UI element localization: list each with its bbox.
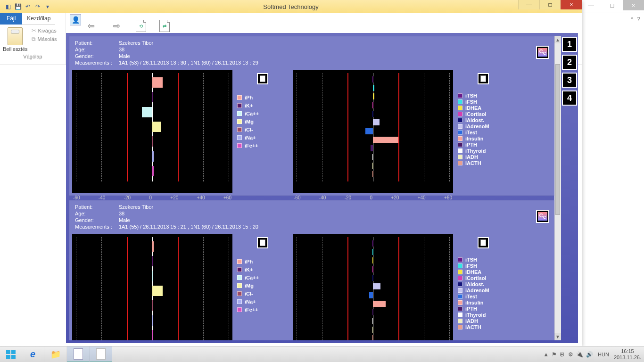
bar-iInsulin xyxy=(373,137,398,143)
legend-item: iPh xyxy=(237,259,288,264)
bg-help-icon[interactable]: ? xyxy=(637,16,640,23)
hormone-chart: -60-40-200+20+40+60 xyxy=(293,70,453,193)
legend-swatch xyxy=(237,267,242,272)
taskbar-app1-button[interactable] xyxy=(67,346,90,362)
legend-doc-icon[interactable] xyxy=(478,73,489,84)
taskbar[interactable]: e 📁 ▲ ⚑ ⛨ ⚙ 🔌 🔊 HUN 16:15 2013.11.26. xyxy=(0,346,644,362)
legend-doc-icon[interactable] xyxy=(257,73,268,84)
qat-redo-button[interactable]: ↷ xyxy=(33,2,42,11)
background-pane: ^ ? xyxy=(583,14,642,343)
bar-iADH xyxy=(372,163,373,169)
taskbar-app2-button[interactable] xyxy=(90,346,112,362)
bar-iFe++ xyxy=(152,166,154,176)
sync-doc-button[interactable]: ⇄ xyxy=(159,20,170,32)
refresh-doc-button[interactable]: ⟲ xyxy=(136,20,146,32)
legend-label: iK+ xyxy=(245,267,253,272)
bar-iDHEA xyxy=(372,257,373,263)
gridline xyxy=(229,237,229,340)
tray-shield-icon[interactable]: ⛨ xyxy=(560,351,565,358)
tab-home[interactable]: Kezdőlap xyxy=(22,13,55,25)
legend-swatch xyxy=(237,111,242,116)
paste-icon[interactable] xyxy=(8,27,23,45)
record-mode-icon[interactable]: CC xyxy=(536,210,549,223)
legend-item: iTest xyxy=(458,294,509,299)
gridline xyxy=(297,73,297,181)
legend-item: iPh xyxy=(237,95,288,100)
page-num-1[interactable]: 1 xyxy=(562,37,577,52)
tray-flag-icon[interactable]: ⚑ xyxy=(552,351,557,358)
nav-forward-button[interactable]: ⇨ xyxy=(110,20,123,32)
bg-close-button[interactable]: × xyxy=(623,0,644,10)
bg-minimize-button[interactable]: — xyxy=(580,0,602,10)
bar-iPTH xyxy=(372,309,373,315)
legend-doc-icon[interactable] xyxy=(478,237,489,248)
record-mode-icon[interactable]: CC xyxy=(536,46,549,59)
legend-swatch xyxy=(237,291,242,296)
legend-label: iThyroid xyxy=(465,312,486,318)
bar-iNa+ xyxy=(152,315,153,326)
tray-language[interactable]: HUN xyxy=(598,352,609,357)
maximize-button[interactable]: □ xyxy=(539,0,561,9)
module-patient-icon[interactable]: 👤 xyxy=(70,14,81,25)
legend-label: iK+ xyxy=(245,103,253,108)
legend-swatch xyxy=(237,103,242,108)
legend-label: iADH xyxy=(465,318,478,324)
legend-label: iNa+ xyxy=(245,135,256,140)
page-num-4[interactable]: 4 xyxy=(562,90,577,106)
close-button[interactable]: × xyxy=(561,0,582,9)
legend-label: iDHEA xyxy=(465,269,481,275)
legend-item: iMg xyxy=(237,283,288,288)
copy-button[interactable]: ⧉Másolás xyxy=(32,36,57,42)
bg-collapse-icon[interactable]: ^ xyxy=(631,16,634,23)
legend-label: iCortisol xyxy=(465,275,487,281)
app-titlebar[interactable]: ◧ 💾 ↶ ↷ ▾ Softmed Technology — □ × xyxy=(0,0,582,13)
tray-power-icon[interactable]: 🔌 xyxy=(576,351,583,358)
qat-save-button[interactable]: 💾 xyxy=(14,2,22,11)
legend-label: iACTH xyxy=(465,160,481,166)
qat-customize-button[interactable]: ▾ xyxy=(43,2,52,11)
legend-swatch xyxy=(458,257,462,262)
legend-label: iFSH xyxy=(465,99,477,105)
vertical-scrollbar[interactable]: ▲ ▼ xyxy=(554,36,561,340)
legend-item: iInsulin xyxy=(458,136,509,141)
tab-file[interactable]: Fájl xyxy=(0,13,22,25)
start-button[interactable] xyxy=(0,346,22,362)
bg-maximize-button[interactable]: □ xyxy=(602,0,623,10)
records-canvas: Patient:Szekeres Tibor Age:38 Gender:Mal… xyxy=(69,36,554,340)
minimize-button[interactable]: — xyxy=(518,0,539,9)
taskbar-explorer-button[interactable]: 📁 xyxy=(44,346,67,362)
legend-item: iCa++ xyxy=(237,111,288,116)
chart-legend: iTSHiFSHiDHEAiCortisoliAldost.iAdrenoMiT… xyxy=(455,234,512,340)
gridline xyxy=(297,237,297,340)
gridline xyxy=(101,237,102,340)
legend-swatch xyxy=(458,288,462,293)
nav-back-button[interactable]: ⇦ xyxy=(85,20,97,32)
scroll-thumb[interactable] xyxy=(555,64,560,215)
scroll-up-button[interactable]: ▲ xyxy=(554,36,561,43)
system-tray[interactable]: ▲ ⚑ ⛨ ⚙ 🔌 🔊 HUN 16:15 2013.11.26. xyxy=(543,346,641,362)
hormone-chart: -60-40-200+20+40+60 xyxy=(293,234,453,340)
bar-iADH xyxy=(372,327,373,333)
tray-volume-icon[interactable]: 🔊 xyxy=(586,351,593,358)
legend-item: iADH xyxy=(458,154,509,160)
page-num-2[interactable]: 2 xyxy=(562,55,577,70)
scroll-down-button[interactable]: ▼ xyxy=(554,333,561,340)
tray-clock[interactable]: 16:15 2013.11.26. xyxy=(614,348,641,360)
qat-app-icon[interactable]: ◧ xyxy=(4,2,12,11)
cut-button[interactable]: ✂Kivágás xyxy=(32,27,57,34)
legend-item: iK+ xyxy=(237,267,288,272)
paste-button[interactable]: Beillesztés xyxy=(3,46,28,52)
legend-item: iFe++ xyxy=(237,143,288,148)
page-num-3[interactable]: 3 xyxy=(562,73,577,88)
legend-label: iPTH xyxy=(465,306,477,312)
bar-iAldost. xyxy=(372,275,373,281)
tray-network-icon[interactable]: ⚙ xyxy=(568,351,573,358)
qat-undo-button[interactable]: ↶ xyxy=(24,2,32,11)
softmed-window: ◧ 💾 ↶ ↷ ▾ Softmed Technology — □ × Fájl … xyxy=(0,0,582,346)
tray-up-icon[interactable]: ▲ xyxy=(543,351,549,358)
legend-doc-icon[interactable] xyxy=(257,237,268,248)
bar-iACTH xyxy=(372,171,373,177)
taskbar-ie-button[interactable]: e xyxy=(22,346,44,362)
legend-item: iFe++ xyxy=(237,307,288,313)
gridline xyxy=(203,237,204,340)
